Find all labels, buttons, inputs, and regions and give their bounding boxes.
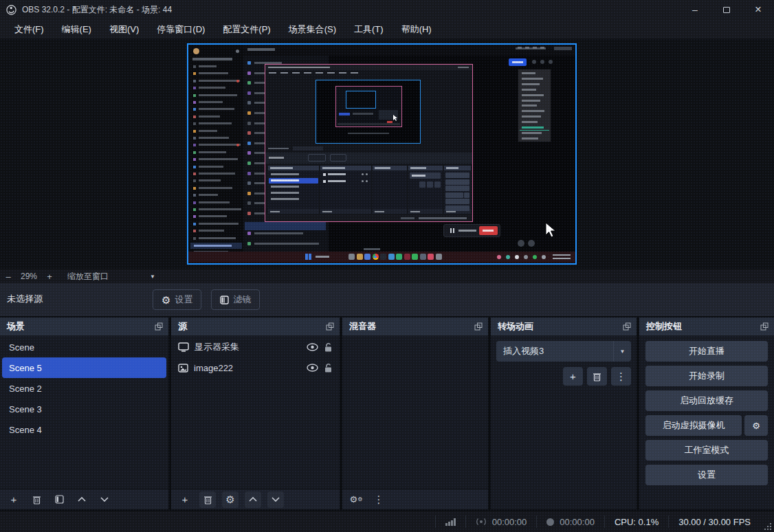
transition-menu-button[interactable]: ⋮ (611, 367, 631, 386)
zoom-in-button[interactable]: + (41, 271, 58, 282)
unlock-icon[interactable] (324, 342, 333, 352)
menu-view[interactable]: 视图(V) (100, 19, 148, 39)
mock-shape (322, 167, 345, 169)
remove-source-button[interactable] (199, 491, 216, 508)
mock-shape (316, 256, 329, 258)
mock-shape (445, 206, 469, 211)
transition-select[interactable]: 插入视频3 ▼ (496, 341, 631, 362)
scene-down-button[interactable] (96, 491, 113, 508)
minimize-button[interactable]: – (679, 0, 711, 19)
mixer-dock-header[interactable]: 混音器 (342, 318, 488, 335)
source-item[interactable]: 显示器采集 (171, 337, 340, 357)
scene-filters-button[interactable] (51, 491, 67, 508)
mock-shape (199, 223, 239, 225)
mock-shape (554, 47, 572, 50)
mock-win-controls (525, 47, 529, 49)
mock-shape (366, 173, 368, 175)
source-properties-button[interactable]: ⚙ 设置 (153, 289, 201, 310)
remove-scene-button[interactable] (28, 491, 45, 508)
settings-button[interactable]: 设置 (645, 465, 768, 485)
mock-shape (271, 179, 299, 181)
mock-shape (445, 186, 469, 191)
mock-mini-dock (373, 166, 407, 214)
add-transition-button[interactable]: + (563, 367, 583, 386)
source-up-button[interactable] (245, 491, 261, 508)
sources-dock-header[interactable]: 源 (171, 318, 340, 335)
zoom-fit-dropdown[interactable]: 缩放至窗口 ▼ (67, 271, 155, 282)
unlock-icon[interactable] (324, 363, 333, 373)
transitions-dock-header[interactable]: 转场动画 (491, 318, 637, 335)
mixer-menu-button[interactable]: ⋮ (371, 491, 387, 508)
visibility-eye-icon[interactable] (307, 343, 318, 351)
scene-item[interactable]: Scene 3 (2, 399, 166, 419)
scene-item[interactable]: Scene 2 (2, 378, 166, 399)
mock-shape (292, 72, 300, 74)
popout-icon[interactable] (155, 322, 163, 331)
mock-shape (199, 187, 232, 189)
add-source-button[interactable]: + (177, 491, 193, 508)
start-replay-buffer-button[interactable]: 启动回放缓存 (645, 390, 768, 411)
mock-shape (193, 151, 196, 154)
scene-up-button[interactable] (74, 491, 90, 508)
mock-shape (247, 101, 251, 104)
close-button[interactable]: × (742, 0, 774, 19)
maximize-button[interactable] (711, 0, 742, 19)
start-recording-button[interactable]: 开始录制 (645, 366, 768, 386)
mock-dropdown-menu (518, 69, 551, 142)
scene-item[interactable]: Scene 4 (2, 419, 166, 440)
menu-tools[interactable]: 工具(T) (345, 19, 392, 39)
mock-shape (199, 215, 227, 217)
mock-shape (194, 245, 232, 247)
mock-shape (247, 192, 251, 195)
start-streaming-button[interactable]: 开始直播 (645, 341, 768, 362)
source-properties-gear-button[interactable]: ⚙ (222, 491, 239, 508)
menu-help[interactable]: 帮助(H) (392, 19, 441, 39)
record-icon (546, 518, 554, 526)
menu-file[interactable]: 文件(F) (5, 19, 53, 39)
mock-mini-dock (444, 166, 471, 214)
mock-shape (247, 111, 251, 115)
controls-dock-header[interactable]: 控制按钮 (639, 318, 774, 335)
scene-item-selected[interactable]: Scene 5 (2, 357, 166, 378)
source-down-button[interactable] (267, 491, 284, 508)
mock-taskbar-icon (388, 254, 395, 260)
mock-mini-dock (320, 166, 371, 214)
obs-window: OBS 32.0.2 - 配置文件: 未命名 - 场景: 44 – × 文件(F… (0, 0, 774, 532)
menu-edit[interactable]: 编辑(E) (53, 19, 100, 39)
resize-grip[interactable] (762, 520, 771, 530)
mock-shape (193, 137, 196, 140)
menu-scene-collection[interactable]: 场景集合(S) (280, 19, 345, 39)
mock-shape (193, 144, 196, 146)
add-scene-button[interactable]: + (5, 491, 22, 508)
studio-mode-button[interactable]: 工作室模式 (645, 440, 768, 461)
virtual-camera-settings-button[interactable]: ⚙ (744, 415, 768, 436)
popout-icon[interactable] (326, 322, 334, 331)
mock-shape (193, 194, 196, 197)
mock-shape (271, 186, 299, 188)
mock-avatar (193, 48, 199, 54)
zoom-out-button[interactable]: – (0, 271, 16, 282)
mock-shape (247, 172, 251, 175)
program-preview[interactable] (187, 43, 577, 265)
popout-icon[interactable] (474, 322, 483, 331)
mixer-settings-icon[interactable]: ⚙⚙ (348, 491, 364, 508)
popout-icon[interactable] (623, 322, 631, 331)
mock-shape (247, 212, 251, 215)
visibility-eye-icon[interactable] (307, 364, 318, 372)
obs-logo-icon (6, 5, 16, 15)
remove-transition-button[interactable] (587, 367, 607, 386)
mock-shape (268, 67, 330, 68)
mock-shape (419, 181, 425, 188)
mock-level3-window (335, 86, 402, 127)
source-item[interactable]: image222 (171, 357, 340, 378)
source-filters-button[interactable]: 滤镜 (211, 289, 260, 310)
menu-docks[interactable]: 停靠窗口(D) (148, 19, 214, 39)
scenes-dock-header[interactable]: 场景 (0, 318, 168, 335)
mock-shape (522, 100, 540, 102)
sources-toolbar: + ⚙ (171, 489, 340, 509)
start-virtual-camera-button[interactable]: 启动虚拟摄像机 (645, 415, 742, 436)
menu-profile[interactable]: 配置文件(P) (214, 19, 279, 39)
popout-icon[interactable] (760, 322, 769, 331)
mock-shape (270, 211, 280, 212)
scene-item[interactable]: Scene (2, 337, 166, 357)
